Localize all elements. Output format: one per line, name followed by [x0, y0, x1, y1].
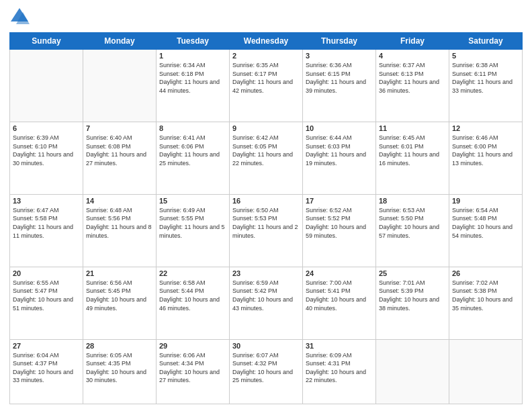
calendar-cell: 3Sunrise: 6:36 AM Sunset: 6:15 PM Daylig… [303, 50, 376, 122]
calendar-cell: 27Sunrise: 6:04 AM Sunset: 4:37 PM Dayli… [10, 339, 83, 404]
day-number: 29 [159, 342, 226, 350]
calendar-cell [449, 339, 523, 404]
day-number: 16 [232, 197, 300, 205]
weekday-header-wednesday: Wednesday [230, 33, 303, 50]
calendar-cell: 5Sunrise: 6:38 AM Sunset: 6:11 PM Daylig… [449, 50, 523, 122]
calendar-cell: 2Sunrise: 6:35 AM Sunset: 6:17 PM Daylig… [230, 50, 303, 122]
day-number: 21 [86, 269, 153, 277]
day-number: 1 [159, 52, 226, 60]
calendar-cell: 20Sunrise: 6:55 AM Sunset: 5:47 PM Dayli… [10, 267, 83, 339]
calendar-cell: 23Sunrise: 6:59 AM Sunset: 5:42 PM Dayli… [230, 267, 303, 339]
day-number: 6 [13, 124, 80, 132]
day-number: 17 [306, 197, 373, 205]
calendar-cell: 9Sunrise: 6:42 AM Sunset: 6:05 PM Daylig… [230, 122, 303, 194]
day-info: Sunrise: 6:47 AM Sunset: 5:58 PM Dayligh… [13, 206, 80, 240]
calendar-cell: 4Sunrise: 6:37 AM Sunset: 6:13 PM Daylig… [376, 50, 449, 122]
calendar-cell: 17Sunrise: 6:52 AM Sunset: 5:52 PM Dayli… [303, 194, 376, 267]
day-info: Sunrise: 6:39 AM Sunset: 6:10 PM Dayligh… [13, 134, 80, 167]
calendar-cell: 28Sunrise: 6:05 AM Sunset: 4:35 PM Dayli… [83, 339, 157, 404]
day-info: Sunrise: 6:04 AM Sunset: 4:37 PM Dayligh… [13, 351, 80, 385]
day-number: 4 [379, 52, 446, 60]
day-info: Sunrise: 6:58 AM Sunset: 5:44 PM Dayligh… [159, 279, 226, 312]
day-number: 27 [13, 342, 80, 350]
day-number: 11 [379, 124, 446, 132]
day-info: Sunrise: 6:50 AM Sunset: 5:53 PM Dayligh… [232, 206, 300, 240]
calendar-cell: 12Sunrise: 6:46 AM Sunset: 6:00 PM Dayli… [449, 122, 523, 194]
logo [9, 7, 34, 27]
day-info: Sunrise: 6:36 AM Sunset: 6:15 PM Dayligh… [306, 61, 373, 95]
day-info: Sunrise: 6:45 AM Sunset: 6:01 PM Dayligh… [379, 134, 446, 167]
calendar-cell: 25Sunrise: 7:01 AM Sunset: 5:39 PM Dayli… [376, 267, 449, 339]
day-info: Sunrise: 6:07 AM Sunset: 4:32 PM Dayligh… [232, 351, 300, 385]
weekday-header-tuesday: Tuesday [157, 33, 230, 50]
day-number: 25 [379, 269, 446, 277]
day-number: 20 [13, 269, 80, 277]
day-number: 28 [86, 342, 153, 350]
weekday-header-sunday: Sunday [10, 33, 83, 50]
day-info: Sunrise: 6:09 AM Sunset: 4:31 PM Dayligh… [306, 351, 373, 385]
day-number: 22 [159, 269, 226, 277]
calendar-cell [376, 339, 449, 404]
day-info: Sunrise: 6:40 AM Sunset: 6:08 PM Dayligh… [86, 134, 153, 167]
day-info: Sunrise: 6:38 AM Sunset: 6:11 PM Dayligh… [452, 61, 519, 95]
day-number: 3 [306, 52, 373, 60]
day-number: 9 [232, 124, 300, 132]
calendar-cell: 14Sunrise: 6:48 AM Sunset: 5:56 PM Dayli… [83, 194, 157, 267]
calendar-cell: 6Sunrise: 6:39 AM Sunset: 6:10 PM Daylig… [10, 122, 83, 194]
calendar-cell: 13Sunrise: 6:47 AM Sunset: 5:58 PM Dayli… [10, 194, 83, 267]
calendar-cell: 15Sunrise: 6:49 AM Sunset: 5:55 PM Dayli… [157, 194, 230, 267]
calendar-cell: 24Sunrise: 7:00 AM Sunset: 5:41 PM Dayli… [303, 267, 376, 339]
day-number: 23 [232, 269, 300, 277]
calendar: SundayMondayTuesdayWednesdayThursdayFrid… [9, 32, 523, 404]
day-number: 2 [232, 52, 300, 60]
day-info: Sunrise: 7:01 AM Sunset: 5:39 PM Dayligh… [379, 279, 446, 312]
calendar-cell: 29Sunrise: 6:06 AM Sunset: 4:34 PM Dayli… [157, 339, 230, 404]
calendar-cell: 19Sunrise: 6:54 AM Sunset: 5:48 PM Dayli… [449, 194, 523, 267]
day-info: Sunrise: 6:56 AM Sunset: 5:45 PM Dayligh… [86, 279, 153, 312]
day-number: 18 [379, 197, 446, 205]
day-info: Sunrise: 6:55 AM Sunset: 5:47 PM Dayligh… [13, 279, 80, 312]
calendar-cell: 11Sunrise: 6:45 AM Sunset: 6:01 PM Dayli… [376, 122, 449, 194]
day-number: 15 [159, 197, 226, 205]
calendar-cell: 30Sunrise: 6:07 AM Sunset: 4:32 PM Dayli… [230, 339, 303, 404]
day-info: Sunrise: 6:35 AM Sunset: 6:17 PM Dayligh… [232, 61, 300, 95]
day-info: Sunrise: 6:06 AM Sunset: 4:34 PM Dayligh… [159, 351, 226, 385]
day-number: 10 [306, 124, 373, 132]
day-info: Sunrise: 6:44 AM Sunset: 6:03 PM Dayligh… [306, 134, 373, 167]
day-info: Sunrise: 6:49 AM Sunset: 5:55 PM Dayligh… [159, 206, 226, 240]
calendar-cell: 18Sunrise: 6:53 AM Sunset: 5:50 PM Dayli… [376, 194, 449, 267]
day-info: Sunrise: 7:02 AM Sunset: 5:38 PM Dayligh… [452, 279, 519, 312]
day-info: Sunrise: 6:52 AM Sunset: 5:52 PM Dayligh… [306, 206, 373, 240]
day-number: 24 [306, 269, 373, 277]
weekday-header-saturday: Saturday [449, 33, 523, 50]
day-number: 26 [452, 269, 519, 277]
calendar-cell: 21Sunrise: 6:56 AM Sunset: 5:45 PM Dayli… [83, 267, 157, 339]
day-info: Sunrise: 6:48 AM Sunset: 5:56 PM Dayligh… [86, 206, 153, 240]
day-info: Sunrise: 6:54 AM Sunset: 5:48 PM Dayligh… [452, 206, 519, 240]
calendar-cell: 31Sunrise: 6:09 AM Sunset: 4:31 PM Dayli… [303, 339, 376, 404]
calendar-cell: 7Sunrise: 6:40 AM Sunset: 6:08 PM Daylig… [83, 122, 157, 194]
day-info: Sunrise: 6:34 AM Sunset: 6:18 PM Dayligh… [159, 61, 226, 95]
day-number: 12 [452, 124, 519, 132]
day-info: Sunrise: 6:42 AM Sunset: 6:05 PM Dayligh… [232, 134, 300, 167]
day-info: Sunrise: 6:05 AM Sunset: 4:35 PM Dayligh… [86, 351, 153, 385]
day-number: 14 [86, 197, 153, 205]
day-number: 5 [452, 52, 519, 60]
day-number: 7 [86, 124, 153, 132]
weekday-header-thursday: Thursday [303, 33, 376, 50]
day-info: Sunrise: 7:00 AM Sunset: 5:41 PM Dayligh… [306, 279, 373, 312]
weekday-header-monday: Monday [83, 33, 157, 50]
day-info: Sunrise: 6:37 AM Sunset: 6:13 PM Dayligh… [379, 61, 446, 95]
calendar-cell: 22Sunrise: 6:58 AM Sunset: 5:44 PM Dayli… [157, 267, 230, 339]
day-number: 31 [306, 342, 373, 350]
weekday-header-friday: Friday [376, 33, 449, 50]
calendar-cell: 26Sunrise: 7:02 AM Sunset: 5:38 PM Dayli… [449, 267, 523, 339]
day-info: Sunrise: 6:41 AM Sunset: 6:06 PM Dayligh… [159, 134, 226, 167]
calendar-cell [10, 50, 83, 122]
calendar-cell: 1Sunrise: 6:34 AM Sunset: 6:18 PM Daylig… [157, 50, 230, 122]
day-number: 13 [13, 197, 80, 205]
calendar-cell [83, 50, 157, 122]
day-info: Sunrise: 6:59 AM Sunset: 5:42 PM Dayligh… [232, 279, 300, 312]
calendar-cell: 16Sunrise: 6:50 AM Sunset: 5:53 PM Dayli… [230, 194, 303, 267]
day-number: 30 [232, 342, 300, 350]
